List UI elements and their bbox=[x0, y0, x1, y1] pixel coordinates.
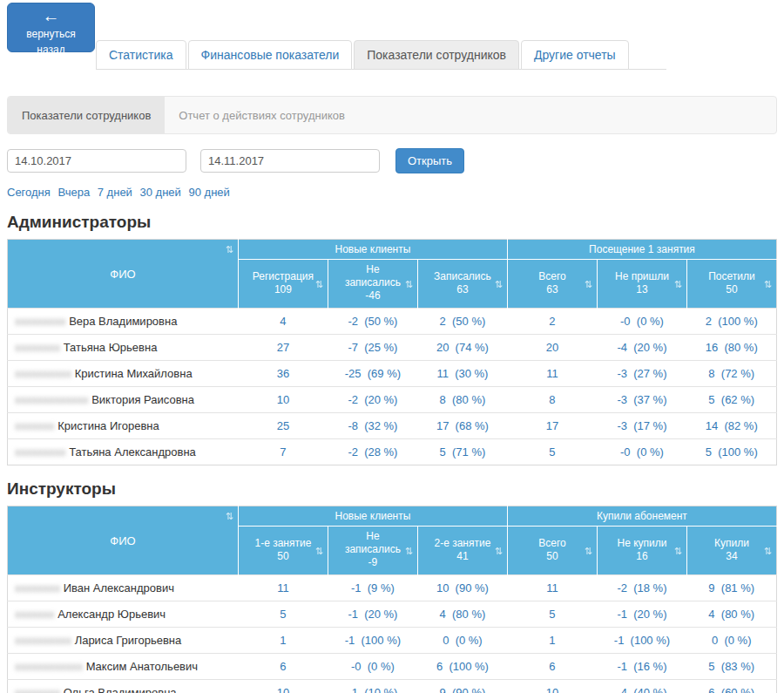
report-tabs: Статистика Финансовые показатели Показат… bbox=[96, 40, 666, 70]
quick-link-30-days[interactable]: 30 дней bbox=[140, 186, 181, 199]
table-row: xxxxxxxx Татьяна Юрьевна27-7 (25 %)20 (7… bbox=[8, 335, 777, 361]
tab-employee-indicators[interactable]: Показатели сотрудников bbox=[354, 40, 519, 70]
metric-cell: -2 (50 %) bbox=[328, 309, 417, 335]
metric-cell: 8 (80 %) bbox=[417, 387, 507, 413]
column-header-not-booked[interactable]: Не записались -9 ⇅ bbox=[328, 527, 417, 575]
column-total: 50 bbox=[251, 550, 315, 563]
employee-name: Вера Владимировна bbox=[69, 315, 177, 328]
column-header-visited[interactable]: Посетили 50 ⇅ bbox=[686, 260, 776, 309]
sort-icon[interactable]: ⇅ bbox=[585, 545, 592, 556]
column-total: 109 bbox=[251, 283, 315, 296]
column-header-first-session[interactable]: 1-е занятие 50 ⇅ bbox=[238, 527, 328, 575]
employee-name: Ольга Владимировна bbox=[64, 686, 177, 693]
sort-icon[interactable]: ⇅ bbox=[495, 545, 503, 556]
censored-surname: xxxxxxxxx bbox=[15, 445, 66, 459]
sort-icon[interactable]: ⇅ bbox=[405, 545, 413, 556]
group-header-row: ФИО ⇅ Новые клиенты Посещение 1 занятия bbox=[8, 240, 777, 260]
quick-link-today[interactable]: Сегодня bbox=[7, 186, 51, 199]
sort-icon[interactable]: ⇅ bbox=[405, 278, 413, 289]
column-header-total[interactable]: Всего 50 ⇅ bbox=[507, 527, 597, 575]
sort-icon[interactable]: ⇅ bbox=[226, 511, 233, 522]
metric-cell: -4 (20 %) bbox=[597, 335, 686, 361]
sort-icon[interactable]: ⇅ bbox=[764, 278, 772, 289]
metric-cell: -1 (10 %) bbox=[328, 680, 417, 693]
tab-statistics[interactable]: Статистика bbox=[96, 40, 186, 70]
quick-period-links: Сегодня Вчера 7 дней 30 дней 90 дней bbox=[7, 186, 777, 199]
column-total: -9 bbox=[341, 556, 405, 569]
censored-surname: xxxxxxxx bbox=[15, 581, 60, 594]
fio-header-label: ФИО bbox=[110, 534, 135, 547]
sort-icon[interactable]: ⇅ bbox=[764, 545, 772, 556]
fio-column-header[interactable]: ФИО ⇅ bbox=[8, 506, 239, 575]
quick-link-yesterday[interactable]: Вчера bbox=[57, 186, 90, 199]
table-row: xxxxxxxx Ольга Владимировна10-1 (10 %)9 … bbox=[8, 680, 777, 693]
column-label: Не купили bbox=[610, 537, 674, 550]
column-header-booked[interactable]: Записались 63 ⇅ bbox=[417, 260, 507, 309]
column-label: Записались bbox=[430, 270, 495, 283]
metric-cell: 14 (82 %) bbox=[686, 413, 776, 439]
metric-cell: 2 (50 %) bbox=[417, 309, 507, 335]
table-row: xxxxxxxxxxxxx Виктория Раисовна10-2 (20 … bbox=[8, 387, 777, 413]
metric-cell: 11 bbox=[507, 575, 597, 601]
column-header-bought[interactable]: Купили 34 ⇅ bbox=[686, 527, 776, 575]
subtab-employee-actions-report[interactable]: Отчет о действиях сотрудников bbox=[165, 97, 359, 133]
sort-icon[interactable]: ⇅ bbox=[674, 545, 682, 556]
column-header-not-booked[interactable]: Не записались -46 ⇅ bbox=[328, 260, 417, 309]
sort-icon[interactable]: ⇅ bbox=[226, 244, 233, 255]
group-header-new-clients: Новые клиенты bbox=[238, 506, 507, 527]
sort-icon[interactable]: ⇅ bbox=[315, 278, 323, 289]
quick-link-90-days[interactable]: 90 дней bbox=[188, 186, 229, 199]
open-button[interactable]: Открыть bbox=[395, 148, 464, 173]
metric-cell: 10 bbox=[507, 680, 597, 693]
quick-link-7-days[interactable]: 7 дней bbox=[98, 186, 132, 199]
column-header-registration[interactable]: Регистрация 109 ⇅ bbox=[238, 260, 328, 309]
metric-cell: 5 (71 %) bbox=[417, 439, 507, 465]
metric-cell: -1 (100 %) bbox=[597, 628, 686, 654]
column-total: 63 bbox=[430, 283, 495, 296]
tab-other-reports[interactable]: Другие отчеты bbox=[521, 40, 629, 70]
date-to-input[interactable] bbox=[200, 149, 380, 173]
metric-cell: 16 (80 %) bbox=[686, 335, 776, 361]
sort-icon[interactable]: ⇅ bbox=[674, 278, 682, 289]
tab-financial-indicators[interactable]: Финансовые показатели bbox=[188, 40, 353, 70]
table-row: xxxxxxxx Иван Александрович11-1 (9 %)10 … bbox=[8, 575, 777, 601]
column-header-total[interactable]: Всего 63 ⇅ bbox=[507, 260, 597, 309]
metric-cell: 10 bbox=[238, 387, 328, 413]
column-label: Не записались bbox=[341, 530, 405, 556]
column-header-no-show[interactable]: Не пришли 13 ⇅ bbox=[597, 260, 686, 309]
employee-name-cell: xxxxxxx Александр Юрьевич bbox=[8, 601, 239, 628]
column-label: Не пришли bbox=[610, 270, 674, 283]
admins-table: ФИО ⇅ Новые клиенты Посещение 1 занятия … bbox=[7, 239, 777, 465]
page: ← вернуться назад Статистика Финансовые … bbox=[0, 0, 784, 693]
metric-cell: 5 bbox=[507, 439, 597, 465]
metric-cell: 0 (0 %) bbox=[417, 628, 507, 654]
subtab-employee-indicators[interactable]: Показатели сотрудников bbox=[8, 97, 165, 133]
column-header-second-session[interactable]: 2-е занятие 41 ⇅ bbox=[417, 527, 507, 575]
metric-cell: 17 bbox=[507, 413, 597, 439]
fio-column-header[interactable]: ФИО ⇅ bbox=[8, 240, 239, 309]
column-total: 13 bbox=[610, 283, 674, 296]
date-from-input[interactable] bbox=[7, 149, 186, 173]
employee-name: Александр Юрьевич bbox=[57, 608, 166, 621]
censored-surname: xxxxxxxxx bbox=[15, 315, 66, 328]
sort-icon[interactable]: ⇅ bbox=[585, 278, 592, 289]
column-label: Купили bbox=[700, 537, 764, 550]
group-header-row: ФИО ⇅ Новые клиенты Купили абонемент bbox=[8, 506, 777, 527]
metric-cell: 0 (0 %) bbox=[686, 628, 776, 654]
column-total: 41 bbox=[430, 550, 495, 563]
censored-surname: xxxxxxx bbox=[15, 608, 55, 621]
metric-cell: -3 (17 %) bbox=[597, 413, 686, 439]
column-label: Посетили bbox=[700, 270, 764, 283]
column-total: 16 bbox=[610, 550, 674, 563]
employee-name-cell: xxxxxxxx Ольга Владимировна bbox=[8, 680, 239, 693]
employee-name: Максим Анатольевич bbox=[86, 660, 198, 673]
group-header-new-clients: Новые клиенты bbox=[238, 240, 507, 260]
column-header-not-bought[interactable]: Не купили 16 ⇅ bbox=[597, 527, 686, 575]
sort-icon[interactable]: ⇅ bbox=[495, 278, 503, 289]
metric-cell: -1 (9 %) bbox=[328, 575, 417, 601]
metric-cell: -3 (27 %) bbox=[597, 361, 686, 387]
metric-cell: -1 (20 %) bbox=[597, 601, 686, 628]
table-row: xxxxxxxxxxxx Максим Анатольевич6-0 (0 %)… bbox=[8, 654, 777, 680]
sort-icon[interactable]: ⇅ bbox=[315, 545, 323, 556]
back-button[interactable]: ← вернуться назад bbox=[7, 3, 95, 52]
